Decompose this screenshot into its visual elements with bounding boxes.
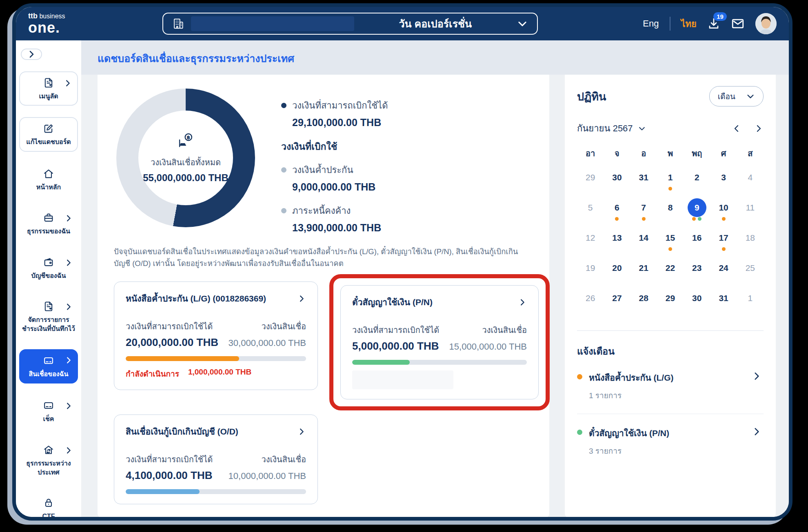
dashboard-description: ปัจจุบันแดชบอร์ดสินเชื่อในประเทศแสดงข้อม… — [114, 246, 533, 269]
loan-card-od[interactable]: สินเชื่อเงินกู้เบิกเกินบัญชี (O/D)วงเงิน… — [114, 415, 318, 504]
calendar-day[interactable]: 4 — [737, 168, 764, 198]
topbar-actions: Eng ไทย 19 — [643, 13, 777, 34]
calendar-day[interactable]: 21 — [630, 259, 657, 289]
sidebar-item-home[interactable]: หน้าหลัก — [19, 163, 78, 196]
calendar-day[interactable]: 17 — [710, 228, 737, 259]
chevron-right-icon[interactable] — [518, 298, 527, 307]
calendar-day[interactable]: 1 — [657, 168, 684, 198]
notification-count: 3 รายการ — [589, 445, 669, 457]
calendar-day[interactable]: 31 — [630, 168, 657, 198]
calendar-day[interactable]: 6 — [604, 198, 630, 228]
notification-item-pn[interactable]: ตั๋วสัญญาใช้เงิน (P/N) 3 รายการ — [577, 426, 764, 469]
company-selector[interactable]: วัน คอเปอร์เรชั่น — [162, 13, 538, 35]
calendar-day[interactable]: 9 — [684, 198, 710, 228]
calendar-day[interactable]: 11 — [737, 198, 764, 228]
calendar-weekday: อ — [630, 147, 657, 168]
loan-card-lg[interactable]: หนังสือค้ำประกัน (L/G) (0018286369)วงเงิ… — [114, 282, 318, 390]
calendar-day[interactable]: 31 — [710, 289, 737, 319]
sidebar-item-manage-saved-payments[interactable]: จัดการรายการชำระเงินที่บันทึกไว้ — [19, 296, 78, 338]
calendar-day[interactable]: 15 — [657, 228, 684, 259]
sidebar-item-ctf[interactable]: CTF — [19, 492, 78, 517]
calendar-month-selector[interactable]: กันยายน 2567 — [577, 121, 646, 135]
sidebar-item-my-accounts[interactable]: บัญชีของฉัน — [19, 252, 78, 284]
calendar-day[interactable]: 30 — [684, 289, 710, 319]
calendar-day[interactable]: 12 — [577, 228, 604, 259]
calendar-day[interactable]: 5 — [577, 198, 604, 228]
processing-note: กำลังดำเนินการ1,000,000.00 THB — [126, 368, 306, 380]
event-dot-orange — [615, 217, 619, 221]
calendar-day[interactable]: 27 — [604, 289, 630, 319]
chevron-right-icon — [64, 446, 73, 457]
calendar-day[interactable]: 19 — [577, 259, 604, 289]
chevron-right-icon[interactable] — [751, 371, 762, 383]
calendar-day[interactable]: 25 — [737, 259, 764, 289]
avatar[interactable] — [755, 13, 777, 34]
loan-card-pn[interactable]: ตั๋วสัญญาใช้เงิน (P/N)วงเงินที่สามารถเบิ… — [340, 285, 539, 399]
sidebar-item-label: สินเชื่อของฉัน — [21, 370, 76, 379]
calendar-day[interactable]: 14 — [630, 228, 657, 259]
calendar-day[interactable]: 1 — [737, 289, 764, 319]
sidebar-item-cheque[interactable]: เช็ค — [19, 395, 78, 428]
calendar-day[interactable]: 13 — [604, 228, 630, 259]
chevron-right-icon[interactable] — [751, 426, 762, 439]
chevron-right-icon — [64, 214, 73, 224]
sidebar-item-label: เมนูลัด — [22, 92, 75, 101]
chevron-right-icon — [64, 302, 73, 313]
event-dot-orange — [668, 247, 672, 251]
calendar-day[interactable]: 22 — [657, 259, 684, 289]
sidebar-item-international[interactable]: ธุรกรรมระหว่างประเทศ — [19, 439, 78, 481]
available-value: 5,000,000.00 THB — [352, 340, 439, 352]
calendar-day[interactable]: 28 — [630, 289, 657, 319]
calendar-day[interactable]: 29 — [577, 168, 604, 198]
sidebar-item-my-loans[interactable]: สินเชื่อของฉัน — [19, 349, 78, 383]
calendar-prev-button[interactable] — [732, 124, 741, 133]
loan-card-title: ตั๋วสัญญาใช้เงิน (P/N) — [352, 295, 518, 309]
app-window: ttb business one. วัน คอเปอร์เรชั่น Eng … — [12, 3, 792, 521]
limit-label: วงเงินสินเชื่อ — [261, 320, 306, 333]
event-dot-orange — [722, 247, 726, 251]
calendar-weekday: พ — [657, 147, 684, 168]
available-value: 4,100,000.00 THB — [126, 469, 212, 482]
chevron-down-icon — [638, 124, 646, 133]
calendar-panel: ปฏิทิน เดือน กันยายน 2567 — [565, 75, 776, 517]
chevron-right-icon[interactable] — [297, 427, 306, 436]
sidebar-item-menu-shortcut[interactable]: เมนูลัด — [19, 71, 78, 106]
calendar-day[interactable]: 24 — [710, 259, 737, 289]
language-thai-button[interactable]: ไทย — [681, 17, 697, 31]
calendar-day[interactable]: 3 — [710, 168, 737, 198]
sidebar-item-label: ธุรกรรมระหว่างประเทศ — [21, 459, 76, 477]
event-dot-orange — [642, 217, 646, 221]
calendar-day[interactable]: 10 — [710, 198, 737, 228]
notifications-title: แจ้งเตือน — [577, 344, 764, 359]
notification-count: 1 รายการ — [589, 389, 674, 401]
outstanding-label: ภาระหนี้คงค้าง — [292, 204, 351, 218]
calendar-day[interactable]: 30 — [604, 168, 630, 198]
mail-icon[interactable] — [731, 17, 745, 31]
limit-label: วงเงินสินเชื่อ — [482, 324, 527, 337]
calendar-day[interactable]: 16 — [684, 228, 710, 259]
notification-item-lg[interactable]: หนังสือค้ำประกัน (L/G) 1 รายการ — [577, 371, 764, 414]
brand-ttb: ttb — [28, 12, 38, 20]
calendar-day[interactable]: 8 — [657, 198, 684, 228]
notification-label: หนังสือค้ำประกัน (L/G) — [589, 371, 674, 384]
calendar-next-button[interactable] — [754, 124, 764, 133]
calendar-day[interactable]: 26 — [577, 289, 604, 319]
sidebar-item-label: แก้ไขแดชบอร์ด — [22, 137, 75, 146]
calendar-day[interactable]: 20 — [604, 259, 630, 289]
sidebar-item-my-transactions[interactable]: ธุรกรรมของฉัน — [19, 207, 78, 240]
building-icon — [172, 18, 184, 30]
chevron-right-icon[interactable] — [297, 294, 306, 303]
sidebar-item-edit-dashboard[interactable]: แก้ไขแดชบอร์ด — [19, 117, 78, 151]
placeholder-block — [352, 370, 453, 389]
calendar-day[interactable]: 23 — [684, 259, 710, 289]
calendar-day[interactable]: 2 — [684, 168, 710, 198]
calendar-day[interactable]: 18 — [737, 228, 764, 259]
calendar-day[interactable]: 7 — [630, 198, 657, 228]
download-icon[interactable]: 19 — [707, 17, 720, 30]
calendar-weekday: ส — [737, 147, 764, 168]
calendar-view-selector[interactable]: เดือน — [709, 86, 764, 106]
language-eng-button[interactable]: Eng — [643, 18, 659, 29]
calendar-day[interactable]: 29 — [657, 289, 684, 319]
available-label: วงเงินที่สามารถเบิกใช้ได้ — [126, 320, 213, 333]
sidebar-expand-button[interactable] — [21, 49, 42, 60]
